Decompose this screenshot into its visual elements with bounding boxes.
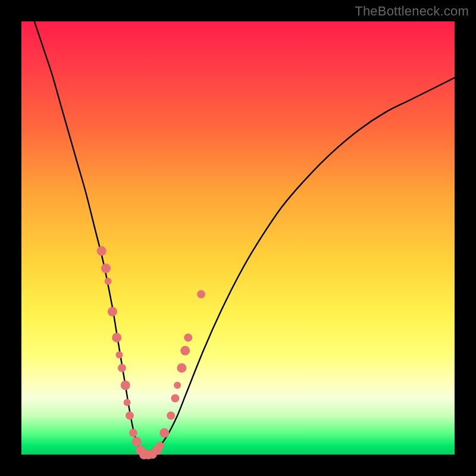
data-point [116, 352, 123, 359]
data-point [108, 307, 117, 317]
data-point [118, 364, 126, 372]
chart-svg [21, 21, 455, 455]
data-point [105, 278, 112, 285]
data-points-group [97, 246, 205, 459]
chart-frame: TheBottleneck.com [0, 0, 476, 476]
data-point [197, 290, 205, 299]
data-point [159, 428, 169, 438]
data-point [174, 382, 181, 389]
data-point [97, 246, 107, 256]
data-point [129, 429, 137, 437]
data-point [112, 333, 121, 342]
data-point [101, 264, 111, 273]
data-point [126, 412, 134, 420]
data-point [121, 381, 130, 390]
data-point [180, 346, 190, 355]
data-point [167, 412, 175, 420]
data-point [156, 441, 164, 450]
data-point [132, 437, 142, 446]
watermark-text: TheBottleneck.com [355, 4, 469, 19]
bottleneck-curve [35, 21, 455, 455]
data-point [124, 399, 131, 406]
data-point [184, 333, 192, 342]
data-point [177, 363, 186, 372]
plot-area [21, 21, 455, 455]
data-point [171, 394, 179, 402]
